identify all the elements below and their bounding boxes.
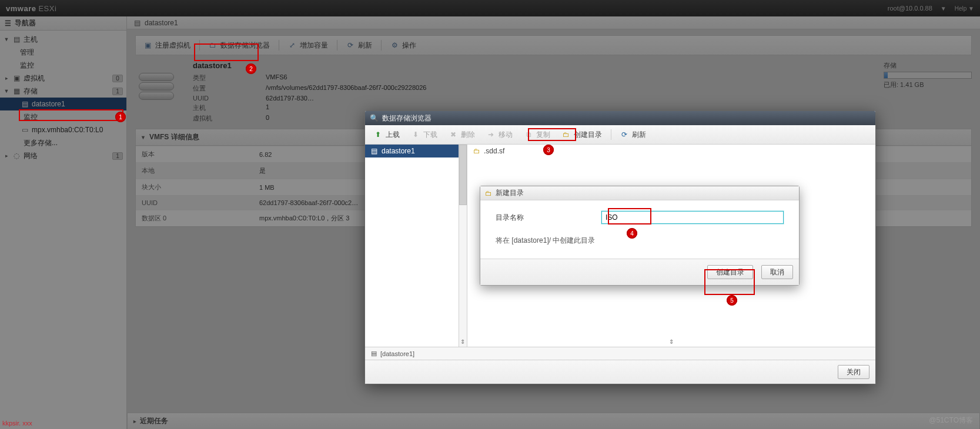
browser-refresh-button[interactable]: ⟳刷新 (615, 128, 651, 142)
browser-tree[interactable]: ▤ datastore1 (365, 145, 459, 347)
download-button[interactable]: ⬇下载 (406, 128, 443, 142)
mkdir-cancel-button[interactable]: 取消 (761, 265, 793, 279)
browser-status-bar: ▤ [datastore1] (365, 347, 875, 360)
upload-label: 上载 (386, 130, 400, 140)
delete-label: 删除 (461, 130, 475, 140)
upload-icon: ⬆ (374, 130, 382, 139)
move-icon: ➜ (487, 130, 495, 139)
mkdir-titlebar[interactable]: 🗀 新建目录 (480, 186, 799, 200)
folder-new-icon: 🗀 (485, 189, 492, 197)
copy-button[interactable]: ⧉复制 (519, 128, 556, 142)
browser-title-text: 数据存储浏览器 (382, 113, 432, 123)
new-directory-dialog: 🗀 新建目录 目录名称 将在 [datastore1]/ 中创建此目录 创建目录… (480, 186, 800, 286)
browser-toolbar: ⬆上载 ⬇下载 ✖删除 ➜移动 ⧉复制 🗀创建目录 ⟳刷新 (365, 125, 875, 145)
browser-scrollbar-left[interactable]: ⇕ (459, 145, 467, 347)
delete-button[interactable]: ✖删除 (444, 128, 480, 142)
mkdir-button[interactable]: 🗀创建目录 (557, 128, 607, 142)
move-label: 移动 (499, 130, 513, 140)
browser-tree-label: datastore1 (382, 147, 415, 155)
browser-list-item-label: .sdd.sf (484, 147, 504, 155)
browser-titlebar[interactable]: 🔍 数据存储浏览器 (365, 111, 875, 125)
download-icon: ⬇ (412, 130, 420, 139)
move-button[interactable]: ➜移动 (481, 128, 518, 142)
mkdir-label: 目录名称 (496, 213, 590, 223)
upload-button[interactable]: ⬆上载 (369, 128, 405, 142)
mkdir-label: 创建目录 (574, 130, 602, 140)
browser-refresh-label: 刷新 (632, 130, 646, 140)
browser-close-button[interactable]: 关闭 (838, 365, 869, 379)
folder-icon: 🗀 (473, 147, 480, 155)
mkdir-body: 目录名称 将在 [datastore1]/ 中创建此目录 (480, 200, 799, 259)
search-icon: 🔍 (370, 114, 379, 122)
folder-new-icon: 🗀 (562, 130, 570, 139)
browser-list-item[interactable]: 🗀 .sdd.sf (467, 145, 875, 157)
mkdir-form-row: 目录名称 (496, 211, 784, 224)
datastore-icon: ▤ (371, 350, 377, 357)
datastore-icon: ▤ (370, 147, 378, 155)
delete-icon: ✖ (449, 130, 457, 139)
directory-name-input[interactable] (601, 211, 784, 224)
browser-tree-datastore1[interactable]: ▤ datastore1 (365, 145, 459, 157)
mkdir-hint: 将在 [datastore1]/ 中创建此目录 (496, 236, 784, 246)
download-label: 下载 (423, 130, 437, 140)
mkdir-ok-button[interactable]: 创建目录 (707, 265, 753, 279)
browser-status-text: [datastore1] (380, 350, 414, 357)
resize-hint-icon: ⇕ (669, 338, 674, 345)
refresh-icon: ⟳ (620, 130, 628, 139)
copy-icon: ⧉ (524, 130, 533, 139)
mkdir-footer: 创建目录 取消 (480, 259, 799, 285)
separator (611, 129, 611, 140)
browser-footer: 关闭 (365, 360, 875, 384)
mkdir-title-text: 新建目录 (496, 188, 524, 198)
copy-label: 复制 (536, 130, 550, 140)
